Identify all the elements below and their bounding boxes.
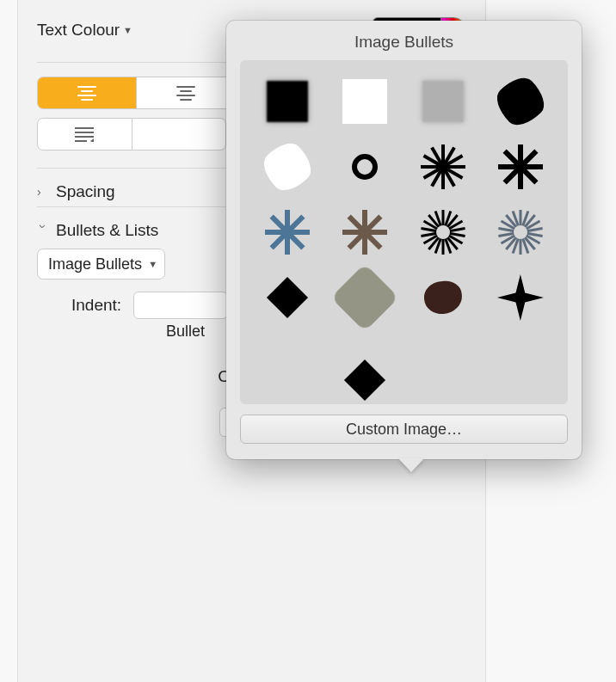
bullet-option-sparkle[interactable] — [493, 270, 548, 325]
bullet-option-slate-sunburst[interactable] — [493, 205, 548, 260]
indent-button[interactable] — [132, 119, 226, 150]
bullet-image-grid — [240, 60, 568, 404]
bullet-option-white-quatrefoil[interactable] — [260, 139, 315, 194]
svg-point-37 — [514, 225, 527, 239]
bullet-option-ring[interactable] — [337, 139, 392, 194]
indent-label: Indent: — [71, 296, 121, 315]
bullet-option-scribble[interactable] — [337, 270, 392, 325]
align-center-button[interactable] — [137, 77, 236, 108]
bullet-option-diamond[interactable] — [260, 270, 315, 325]
bullet-option-black-quatrefoil[interactable] — [493, 74, 548, 129]
popover-title: Image Bullets — [240, 33, 568, 52]
bullet-option-black-sunburst[interactable] — [416, 205, 471, 260]
align-center-icon — [176, 86, 195, 101]
align-left-button[interactable] — [38, 77, 137, 108]
indent-segmented-control — [37, 118, 226, 151]
chevron-right-icon: › — [37, 185, 49, 199]
chevron-down-icon: › — [36, 224, 50, 237]
bullet-option-brown-asterisk[interactable] — [337, 205, 392, 260]
bullet-option-blob[interactable] — [416, 270, 471, 325]
chevron-down-icon: ▼ — [148, 259, 157, 269]
bullet-option-black-square[interactable] — [260, 74, 315, 129]
bullet-option-grey-square[interactable] — [416, 74, 471, 129]
image-bullets-popover: Image Bullets Custom Image… — [226, 21, 582, 459]
bullet-option-partial-diamond[interactable] — [337, 335, 392, 390]
svg-point-27 — [436, 225, 450, 239]
bullet-option-black-starburst[interactable] — [416, 139, 471, 194]
bullet-option-blue-asterisk[interactable] — [260, 205, 315, 260]
bullets-lists-label: Bullets & Lists — [56, 221, 158, 240]
spacing-label: Spacing — [56, 182, 115, 201]
indent-bullet-label: Bullet — [166, 323, 205, 341]
bullet-type-dropdown[interactable]: Image Bullets ▼ — [37, 249, 165, 280]
chevron-down-icon: ▼ — [123, 25, 132, 35]
indent-bullet-field[interactable] — [133, 292, 228, 319]
outdent-icon — [73, 126, 95, 142]
text-colour-label: Text Colour — [37, 21, 120, 40]
bullet-option-black-asterisk[interactable] — [493, 139, 548, 194]
text-colour-dropdown[interactable]: Text Colour ▼ — [37, 21, 132, 40]
outdent-button[interactable] — [38, 119, 132, 150]
bullet-option-white-square[interactable] — [337, 74, 392, 129]
bullet-type-value: Image Bullets — [48, 255, 142, 273]
custom-image-button[interactable]: Custom Image… — [240, 415, 568, 444]
align-left-icon — [77, 86, 96, 101]
